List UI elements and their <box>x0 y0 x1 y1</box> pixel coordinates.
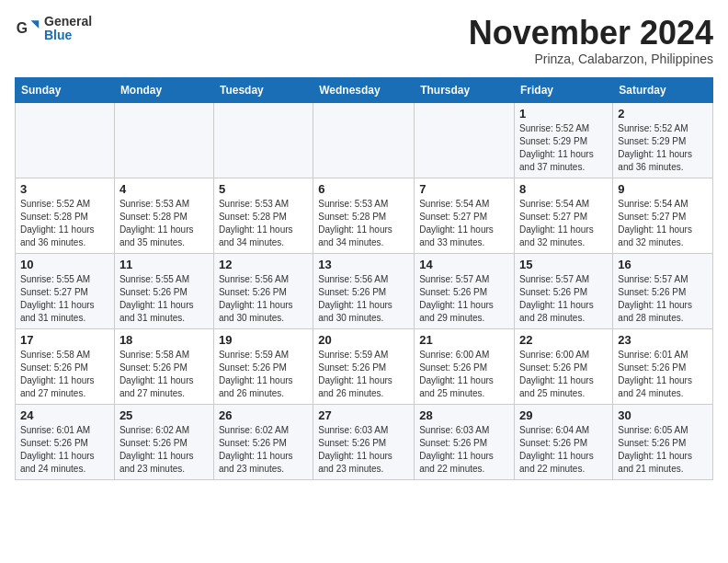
day-info: Sunrise: 5:54 AM Sunset: 5:27 PM Dayligh… <box>419 198 509 249</box>
day-number: 6 <box>318 182 409 196</box>
logo-text: General Blue <box>44 15 92 43</box>
calendar-cell: 29Sunrise: 6:04 AM Sunset: 5:26 PM Dayli… <box>515 404 613 479</box>
week-row-2: 3Sunrise: 5:52 AM Sunset: 5:28 PM Daylig… <box>16 178 713 253</box>
day-info: Sunrise: 5:54 AM Sunset: 5:27 PM Dayligh… <box>618 198 708 249</box>
day-info: Sunrise: 6:03 AM Sunset: 5:26 PM Dayligh… <box>419 424 509 476</box>
day-number: 22 <box>519 333 608 347</box>
calendar-cell: 15Sunrise: 5:57 AM Sunset: 5:26 PM Dayli… <box>515 253 613 328</box>
calendar-table: SundayMondayTuesdayWednesdayThursdayFrid… <box>15 77 713 480</box>
day-info: Sunrise: 6:05 AM Sunset: 5:26 PM Dayligh… <box>618 424 708 476</box>
logo: G General Blue <box>15 15 92 43</box>
day-number: 4 <box>119 182 209 196</box>
day-number: 12 <box>219 258 308 271</box>
day-number: 28 <box>419 408 509 422</box>
day-number: 27 <box>318 408 409 422</box>
day-number: 24 <box>20 408 109 422</box>
calendar-cell: 28Sunrise: 6:03 AM Sunset: 5:26 PM Dayli… <box>415 404 515 479</box>
weekday-header-thursday: Thursday <box>415 77 515 102</box>
calendar-cell <box>114 102 213 178</box>
day-number: 1 <box>519 107 608 121</box>
day-info: Sunrise: 5:59 AM Sunset: 5:26 PM Dayligh… <box>318 349 409 400</box>
day-info: Sunrise: 5:56 AM Sunset: 5:26 PM Dayligh… <box>318 273 409 325</box>
weekday-header-tuesday: Tuesday <box>213 77 313 102</box>
day-number: 17 <box>20 333 109 347</box>
location-subtitle: Prinza, Calabarzon, Philippines <box>469 52 713 66</box>
calendar-cell <box>313 102 415 178</box>
title-block: November 2024 Prinza, Calabarzon, Philip… <box>469 15 713 66</box>
calendar-cell: 17Sunrise: 5:58 AM Sunset: 5:26 PM Dayli… <box>16 328 115 404</box>
day-info: Sunrise: 6:01 AM Sunset: 5:26 PM Dayligh… <box>20 424 109 476</box>
calendar-cell: 23Sunrise: 6:01 AM Sunset: 5:26 PM Dayli… <box>613 328 713 404</box>
calendar-cell: 9Sunrise: 5:54 AM Sunset: 5:27 PM Daylig… <box>613 178 713 253</box>
day-info: Sunrise: 5:55 AM Sunset: 5:27 PM Dayligh… <box>20 273 109 325</box>
day-info: Sunrise: 6:02 AM Sunset: 5:26 PM Dayligh… <box>119 424 209 476</box>
day-info: Sunrise: 6:03 AM Sunset: 5:26 PM Dayligh… <box>318 424 409 476</box>
day-number: 21 <box>419 333 509 347</box>
day-info: Sunrise: 6:01 AM Sunset: 5:26 PM Dayligh… <box>618 349 708 400</box>
logo-line1: General <box>44 15 92 29</box>
day-number: 20 <box>318 333 409 347</box>
day-number: 2 <box>618 107 708 121</box>
day-number: 5 <box>219 182 308 196</box>
calendar-cell: 21Sunrise: 6:00 AM Sunset: 5:26 PM Dayli… <box>415 328 515 404</box>
day-number: 15 <box>519 258 608 271</box>
calendar-cell: 16Sunrise: 5:57 AM Sunset: 5:26 PM Dayli… <box>613 253 713 328</box>
calendar-cell: 20Sunrise: 5:59 AM Sunset: 5:26 PM Dayli… <box>313 328 415 404</box>
day-info: Sunrise: 6:00 AM Sunset: 5:26 PM Dayligh… <box>419 349 509 400</box>
day-info: Sunrise: 5:54 AM Sunset: 5:27 PM Dayligh… <box>519 198 608 249</box>
calendar-cell: 24Sunrise: 6:01 AM Sunset: 5:26 PM Dayli… <box>16 404 115 479</box>
calendar-cell: 11Sunrise: 5:55 AM Sunset: 5:26 PM Dayli… <box>114 253 213 328</box>
calendar-cell: 7Sunrise: 5:54 AM Sunset: 5:27 PM Daylig… <box>415 178 515 253</box>
calendar-cell: 27Sunrise: 6:03 AM Sunset: 5:26 PM Dayli… <box>313 404 415 479</box>
calendar-cell: 22Sunrise: 6:00 AM Sunset: 5:26 PM Dayli… <box>515 328 613 404</box>
day-number: 3 <box>20 182 109 196</box>
day-info: Sunrise: 5:53 AM Sunset: 5:28 PM Dayligh… <box>119 198 209 249</box>
calendar-cell: 8Sunrise: 5:54 AM Sunset: 5:27 PM Daylig… <box>515 178 613 253</box>
calendar-cell: 6Sunrise: 5:53 AM Sunset: 5:28 PM Daylig… <box>313 178 415 253</box>
week-row-3: 10Sunrise: 5:55 AM Sunset: 5:27 PM Dayli… <box>16 253 713 328</box>
weekday-header-saturday: Saturday <box>613 77 713 102</box>
day-info: Sunrise: 5:56 AM Sunset: 5:26 PM Dayligh… <box>219 273 308 325</box>
svg-marker-1 <box>31 21 40 29</box>
weekday-header-wednesday: Wednesday <box>313 77 415 102</box>
calendar-cell: 30Sunrise: 6:05 AM Sunset: 5:26 PM Dayli… <box>613 404 713 479</box>
day-number: 16 <box>618 258 708 271</box>
day-number: 11 <box>119 258 209 271</box>
day-number: 26 <box>219 408 308 422</box>
day-info: Sunrise: 5:52 AM Sunset: 5:29 PM Dayligh… <box>519 122 608 174</box>
calendar-cell: 19Sunrise: 5:59 AM Sunset: 5:26 PM Dayli… <box>213 328 313 404</box>
day-info: Sunrise: 5:58 AM Sunset: 5:26 PM Dayligh… <box>20 349 109 400</box>
logo-icon: G <box>15 16 40 41</box>
calendar-cell: 4Sunrise: 5:53 AM Sunset: 5:28 PM Daylig… <box>114 178 213 253</box>
day-info: Sunrise: 5:53 AM Sunset: 5:28 PM Dayligh… <box>219 198 308 249</box>
day-number: 18 <box>119 333 209 347</box>
svg-text:G: G <box>17 21 28 37</box>
logo-line2: Blue <box>44 29 92 42</box>
calendar-cell: 12Sunrise: 5:56 AM Sunset: 5:26 PM Dayli… <box>213 253 313 328</box>
day-info: Sunrise: 5:59 AM Sunset: 5:26 PM Dayligh… <box>219 349 308 400</box>
weekday-header-monday: Monday <box>114 77 213 102</box>
weekday-header-sunday: Sunday <box>16 77 115 102</box>
day-number: 10 <box>20 258 109 271</box>
day-info: Sunrise: 5:52 AM Sunset: 5:28 PM Dayligh… <box>20 198 109 249</box>
day-info: Sunrise: 5:52 AM Sunset: 5:29 PM Dayligh… <box>618 122 708 174</box>
day-number: 9 <box>618 182 708 196</box>
calendar-cell: 5Sunrise: 5:53 AM Sunset: 5:28 PM Daylig… <box>213 178 313 253</box>
calendar-cell: 1Sunrise: 5:52 AM Sunset: 5:29 PM Daylig… <box>515 102 613 178</box>
day-number: 7 <box>419 182 509 196</box>
day-number: 14 <box>419 258 509 271</box>
calendar-cell: 3Sunrise: 5:52 AM Sunset: 5:28 PM Daylig… <box>16 178 115 253</box>
day-info: Sunrise: 5:58 AM Sunset: 5:26 PM Dayligh… <box>119 349 209 400</box>
day-info: Sunrise: 6:04 AM Sunset: 5:26 PM Dayligh… <box>519 424 608 476</box>
calendar-cell: 14Sunrise: 5:57 AM Sunset: 5:26 PM Dayli… <box>415 253 515 328</box>
day-number: 19 <box>219 333 308 347</box>
day-number: 8 <box>519 182 608 196</box>
weekday-header-row: SundayMondayTuesdayWednesdayThursdayFrid… <box>16 77 713 102</box>
week-row-4: 17Sunrise: 5:58 AM Sunset: 5:26 PM Dayli… <box>16 328 713 404</box>
calendar-cell: 2Sunrise: 5:52 AM Sunset: 5:29 PM Daylig… <box>613 102 713 178</box>
day-info: Sunrise: 5:55 AM Sunset: 5:26 PM Dayligh… <box>119 273 209 325</box>
calendar-cell: 26Sunrise: 6:02 AM Sunset: 5:26 PM Dayli… <box>213 404 313 479</box>
week-row-1: 1Sunrise: 5:52 AM Sunset: 5:29 PM Daylig… <box>16 102 713 178</box>
day-info: Sunrise: 5:57 AM Sunset: 5:26 PM Dayligh… <box>519 273 608 325</box>
day-number: 29 <box>519 408 608 422</box>
